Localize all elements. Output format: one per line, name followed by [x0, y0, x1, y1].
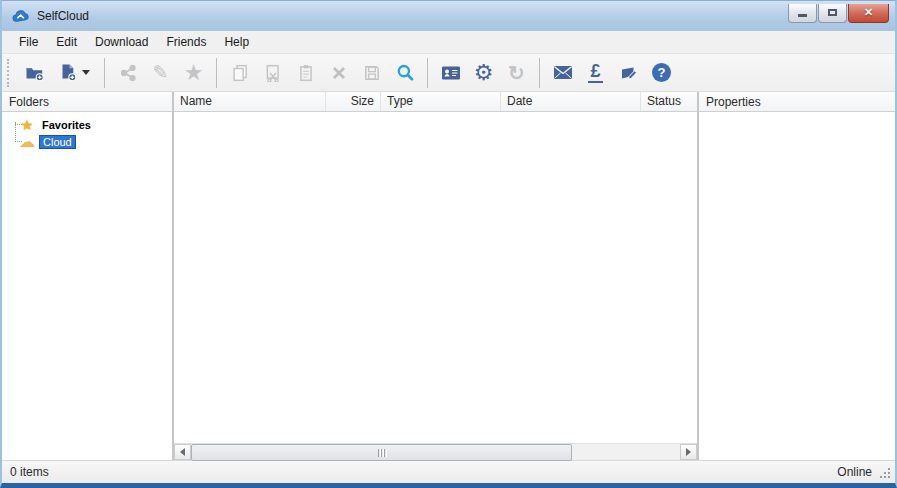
new-file-icon: [59, 63, 77, 82]
arrow-left-icon: [180, 448, 185, 456]
column-header-size[interactable]: Size: [326, 92, 381, 111]
app-window: SelfCloud ✕ File Edit Download Friends H…: [0, 0, 897, 488]
menu-edit[interactable]: Edit: [47, 32, 86, 52]
paste-icon: [297, 64, 315, 82]
toolbar-separator: [104, 58, 105, 88]
file-list-body[interactable]: [174, 112, 697, 443]
file-list-panel: Name Size Type Date Status: [174, 92, 697, 460]
menu-help[interactable]: Help: [215, 32, 258, 52]
edit-pencil-button: ✎: [144, 58, 177, 88]
mail-button[interactable]: [546, 58, 579, 88]
settings-gear-button[interactable]: ⚙: [467, 58, 500, 88]
mail-icon: [553, 65, 573, 80]
tree-item-label[interactable]: Cloud: [39, 135, 76, 149]
search-button[interactable]: [388, 58, 421, 88]
connection-status: Online: [837, 465, 872, 479]
horizontal-scrollbar: [174, 443, 697, 460]
folder-tree: ★ Favorites ☁ Cloud: [2, 112, 172, 460]
status-bar: 0 items Online: [2, 460, 895, 483]
help-button[interactable]: ?: [645, 58, 678, 88]
delete-button: [322, 58, 355, 88]
menu-friends[interactable]: Friends: [157, 32, 215, 52]
properties-body: [699, 112, 895, 460]
thumb-grip: [378, 449, 379, 457]
menu-file[interactable]: File: [10, 32, 47, 52]
close-icon: ✕: [864, 6, 873, 19]
save-button: [355, 58, 388, 88]
tree-line: [15, 124, 22, 125]
column-header-status[interactable]: Status: [641, 92, 697, 111]
properties-header[interactable]: Properties: [699, 92, 895, 112]
tree-item-cloud[interactable]: ☁ Cloud: [8, 133, 172, 150]
column-header-date[interactable]: Date: [501, 92, 641, 111]
maximize-button[interactable]: [818, 4, 847, 23]
contact-card-icon: [441, 65, 461, 81]
toolbar-separator: [427, 58, 428, 88]
minimize-button[interactable]: [788, 4, 817, 23]
favorite-star-icon: ★: [184, 62, 204, 84]
toolbar: ✎ ★: [2, 54, 895, 92]
close-button[interactable]: ✕: [848, 4, 889, 23]
share-button: [111, 58, 144, 88]
scroll-left-button[interactable]: [174, 444, 191, 460]
menu-bar: File Edit Download Friends Help: [2, 31, 895, 54]
menu-download[interactable]: Download: [86, 32, 157, 52]
copy-button: [223, 58, 256, 88]
settings-gear-icon: ⚙: [474, 62, 494, 84]
delete-icon: [330, 64, 348, 82]
file-list-header: Name Size Type Date Status: [174, 92, 697, 112]
items-count: 0 items: [10, 465, 837, 479]
feedback-icon: [619, 64, 638, 82]
new-folder-button[interactable]: [18, 58, 51, 88]
column-header-type[interactable]: Type: [381, 92, 501, 111]
contact-card-button[interactable]: [434, 58, 467, 88]
content-area: Folders ★ Favorites ☁ Cloud Name S: [2, 92, 895, 460]
donate-pound-button[interactable]: £: [579, 58, 612, 88]
folders-panel: Folders ★ Favorites ☁ Cloud: [2, 92, 172, 460]
help-icon: ?: [652, 63, 671, 82]
scroll-right-button[interactable]: [680, 444, 697, 460]
column-header-name[interactable]: Name: [174, 92, 326, 111]
cut-icon: [264, 64, 282, 82]
title-bar[interactable]: SelfCloud ✕: [2, 1, 895, 31]
thumb-grip: [381, 449, 382, 457]
share-icon: [119, 64, 137, 82]
folders-header[interactable]: Folders: [2, 92, 172, 112]
feedback-button[interactable]: [612, 58, 645, 88]
thumb-grip: [384, 449, 385, 457]
toolbar-separator: [539, 58, 540, 88]
scrollbar-thumb[interactable]: [191, 444, 572, 461]
save-icon: [363, 64, 381, 82]
cut-button: [256, 58, 289, 88]
properties-panel: Properties: [699, 92, 895, 460]
toolbar-separator: [216, 58, 217, 88]
window-controls: ✕: [788, 4, 889, 23]
tree-line: [15, 141, 22, 142]
minimize-icon: [798, 14, 807, 17]
favorite-star-button: ★: [177, 58, 210, 88]
new-folder-icon: [25, 64, 45, 82]
maximize-icon: [828, 9, 837, 16]
donate-pound-icon: £: [588, 62, 602, 83]
paste-button: [289, 58, 322, 88]
cloud-app-icon: [12, 9, 30, 23]
copy-icon: [231, 64, 249, 82]
search-icon: [395, 63, 415, 83]
scrollbar-track[interactable]: [191, 444, 680, 460]
tree-item-favorites[interactable]: ★ Favorites: [8, 116, 172, 133]
new-file-button[interactable]: [51, 58, 84, 88]
resize-grip[interactable]: [878, 466, 891, 479]
window-title: SelfCloud: [37, 9, 788, 23]
refresh-button: ↻: [500, 58, 533, 88]
arrow-right-icon: [686, 448, 691, 456]
edit-pencil-icon: ✎: [153, 63, 169, 82]
toolbar-grip[interactable]: [7, 59, 14, 87]
refresh-icon: ↻: [508, 63, 525, 83]
tree-item-label[interactable]: Favorites: [39, 118, 94, 132]
